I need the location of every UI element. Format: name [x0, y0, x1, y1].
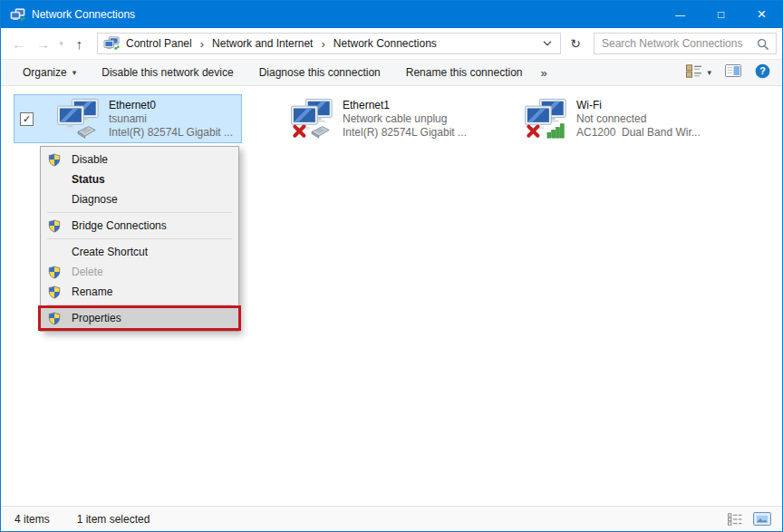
- menu-icon-placeholder: [48, 245, 62, 259]
- menu-item-label: Diagnose: [72, 193, 118, 206]
- menu-item-label: Bridge Connections: [72, 219, 167, 232]
- uac-shield-icon: [48, 265, 62, 279]
- large-icons-view-button[interactable]: [750, 510, 774, 528]
- menu-icon-placeholder: [48, 192, 62, 207]
- items-count: 4 items: [14, 513, 50, 526]
- window-title: Network Connections: [32, 8, 135, 21]
- back-button[interactable]: ←: [6, 36, 31, 52]
- connection-text: Ethernet0 tsunami Intel(R) 82574L Gigabi…: [109, 99, 233, 140]
- organize-dropdown-icon: ▾: [72, 68, 77, 77]
- rename-this-connection-button[interactable]: Rename this connection: [393, 60, 536, 85]
- details-view-button[interactable]: [723, 510, 747, 528]
- menu-item-properties[interactable]: Properties: [41, 308, 238, 328]
- connection-name: Ethernet0: [109, 99, 233, 112]
- connection-name: Wi-Fi: [576, 99, 701, 112]
- menu-item-disable[interactable]: Disable: [41, 150, 238, 169]
- connection-status: Network cable unplug: [343, 112, 467, 126]
- connection-status: Not connected: [576, 112, 701, 126]
- change-view-button[interactable]: ▾: [686, 64, 711, 82]
- uac-shield-icon: [48, 152, 62, 167]
- menu-item-status[interactable]: Status: [41, 169, 238, 189]
- connection-status: tsunami: [109, 112, 233, 126]
- context-menu: Disable Status Diagnose Bridge Connectio…: [40, 146, 239, 332]
- connection-text: Wi-Fi Not connected AC1200 Dual Band Wir…: [576, 99, 701, 140]
- toolbar-overflow-icon[interactable]: »: [535, 66, 552, 80]
- menu-item-label: Disable: [72, 153, 108, 166]
- close-button[interactable]: ×: [741, 1, 782, 28]
- toolbar-item-label: Rename this connection: [406, 66, 523, 79]
- maximize-button[interactable]: □: [701, 1, 741, 28]
- toolbar-item-label: Disable this network device: [102, 66, 233, 79]
- refresh-icon[interactable]: ↻: [566, 36, 585, 51]
- connection-tile-ethernet0[interactable]: ✓ Ethernet0 tsunami Intel(R) 82574L G: [14, 94, 242, 143]
- menu-item-label: Status: [72, 173, 105, 186]
- address-bar[interactable]: Control Panel›Network and Internet›Netwo…: [97, 33, 561, 54]
- svg-text:?: ?: [759, 65, 766, 76]
- menu-item-create-shortcut[interactable]: Create Shortcut: [41, 242, 238, 262]
- disable-this-network-device-button[interactable]: Disable this network device: [89, 60, 246, 85]
- minimize-button[interactable]: —: [660, 1, 701, 28]
- recent-locations-dropdown-icon[interactable]: ▾: [55, 39, 67, 48]
- breadcrumb: Control Panel›Network and Internet›Netwo…: [124, 37, 439, 51]
- menu-separator: [47, 305, 232, 305]
- menu-item-label: Create Shortcut: [72, 246, 148, 258]
- connection-tile-ethernet1[interactable]: Ethernet1 Network cable unplug Intel(R) …: [247, 94, 476, 143]
- uac-shield-icon: [48, 311, 62, 325]
- search-box[interactable]: [594, 33, 777, 54]
- status-bar: 4 items 1 item selected: [1, 506, 782, 531]
- uac-shield-icon: [48, 285, 62, 299]
- connection-name: Ethernet1: [343, 99, 467, 112]
- network-connections-app-icon: [10, 8, 25, 22]
- address-dropdown-icon[interactable]: [535, 41, 560, 46]
- window-controls: — □ ×: [660, 1, 782, 28]
- statusbar-view-toggles: [723, 510, 774, 528]
- ethernet-adapter-icon: [57, 98, 101, 140]
- menu-item-label: Delete: [72, 266, 103, 278]
- wifi-adapter-icon: [525, 98, 568, 140]
- toolbar-item-label: Organize: [23, 66, 67, 79]
- menu-item-bridge-connections[interactable]: Bridge Connections: [41, 216, 238, 236]
- menu-item-delete: Delete: [41, 262, 238, 282]
- toolbar-right-group: ▾ ?: [686, 63, 770, 82]
- menu-separator: [47, 212, 232, 213]
- up-button[interactable]: ↑: [67, 36, 92, 52]
- network-connections-window: Network Connections — □ × ← → ▾ ↑: [0, 0, 783, 532]
- change-view-dropdown-icon: ▾: [707, 68, 711, 77]
- forward-button[interactable]: →: [31, 36, 55, 52]
- network-connections-location-icon: [103, 36, 120, 51]
- menu-icon-placeholder: [48, 172, 62, 187]
- breadcrumb-item-network-connections[interactable]: Network Connections: [332, 37, 439, 50]
- navigation-bar: ← → ▾ ↑ Control Panel›Network and Intern…: [1, 28, 782, 59]
- connection-device: AC1200 Dual Band Wir...: [576, 126, 701, 140]
- connections-grid: ✓ Ethernet0 tsunami Intel(R) 82574L G: [1, 86, 782, 143]
- breadcrumb-separator-icon: ›: [314, 37, 331, 51]
- toolbar-item-label: Diagnose this connection: [259, 66, 381, 79]
- connection-tile-wi-fi[interactable]: Wi-Fi Not connected AC1200 Dual Band Wir…: [481, 94, 710, 143]
- connection-device: Intel(R) 82574L Gigabit ...: [109, 126, 233, 140]
- connection-text: Ethernet1 Network cable unplug Intel(R) …: [343, 99, 467, 140]
- breadcrumb-separator-icon: ›: [194, 37, 210, 51]
- menu-item-diagnose[interactable]: Diagnose: [41, 189, 238, 209]
- breadcrumb-item-network-and-internet[interactable]: Network and Internet: [210, 37, 314, 50]
- menu-separator: [47, 238, 232, 239]
- selection-count: 1 item selected: [77, 513, 150, 526]
- help-button[interactable]: ?: [755, 63, 770, 82]
- menu-item-label: Properties: [72, 312, 121, 324]
- view-options-icon: [686, 64, 702, 82]
- diagnose-this-connection-button[interactable]: Diagnose this connection: [246, 60, 393, 85]
- titlebar: Network Connections — □ ×: [1, 1, 782, 28]
- menu-item-rename[interactable]: Rename: [41, 282, 238, 302]
- command-bar: Organize▾Disable this network deviceDiag…: [1, 59, 782, 86]
- selection-checkbox[interactable]: ✓: [20, 112, 34, 126]
- search-icon[interactable]: [757, 38, 769, 51]
- uac-shield-icon: [48, 218, 62, 233]
- breadcrumb-item-control-panel[interactable]: Control Panel: [124, 37, 194, 50]
- menu-item-label: Rename: [72, 285, 112, 298]
- organize-button[interactable]: Organize▾: [10, 60, 89, 85]
- connection-device: Intel(R) 82574L Gigabit ...: [343, 126, 467, 140]
- preview-pane-button[interactable]: [725, 64, 741, 81]
- search-input[interactable]: [594, 34, 776, 53]
- ethernet-adapter-icon: [291, 98, 334, 140]
